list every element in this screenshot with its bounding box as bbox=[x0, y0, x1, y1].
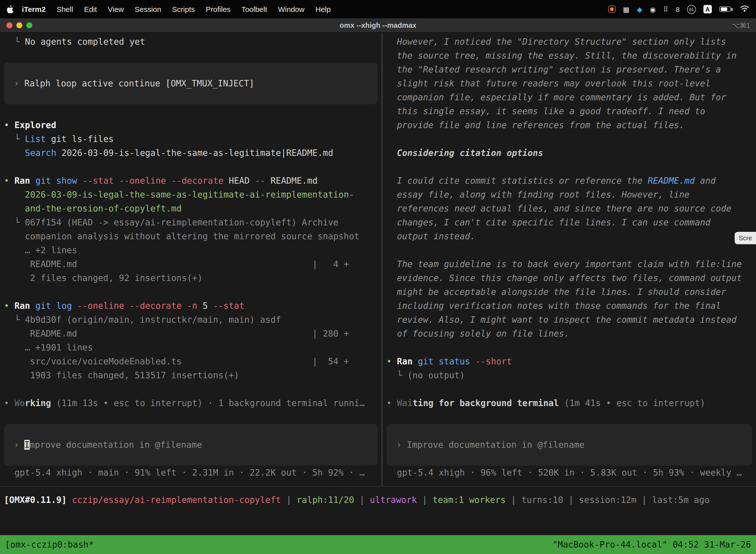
text-segment: including verification notes with those … bbox=[386, 301, 721, 311]
terminal-pane-left[interactable]: └ No agents completed yet› Ralph loop ac… bbox=[0, 33, 381, 487]
terminal-line: README.md | 4 + bbox=[4, 257, 381, 271]
text-segment: turns:10 bbox=[521, 495, 563, 505]
text-segment: • bbox=[4, 176, 14, 186]
text-segment: └ bbox=[4, 37, 25, 47]
screen: iTerm2 ShellEditViewSessionScriptsProfil… bbox=[0, 0, 756, 554]
text-segment: | bbox=[506, 495, 521, 505]
terminal-line: 2026-03-09-is-legal-the-same-as-legitima… bbox=[4, 188, 381, 202]
apple-menu-icon[interactable] bbox=[7, 5, 13, 13]
wifi-icon[interactable] bbox=[740, 5, 749, 13]
text-segment: -- bbox=[255, 176, 271, 186]
text-segment: › bbox=[14, 78, 24, 88]
terminal-line: gpt-5.4 xhigh · 96% left · 520K in · 5.8… bbox=[386, 466, 756, 480]
terminal-output-right: However, I noticed the "Directory Struct… bbox=[382, 33, 756, 480]
text-segment: and bbox=[695, 176, 715, 186]
text-segment: List bbox=[25, 134, 46, 144]
terminal-line: review. Also, I might want to inspect th… bbox=[386, 313, 756, 327]
terminal-line: changes, I can't cite specific file line… bbox=[386, 215, 756, 229]
text-segment: this single essay, it seems like a good … bbox=[386, 106, 705, 116]
menu-window[interactable]: Window bbox=[272, 5, 310, 13]
window-title: omx --xhigh --madmax bbox=[339, 21, 416, 29]
text-segment: output instead. bbox=[386, 231, 475, 241]
text-segment: companion file, especially if more comme… bbox=[386, 92, 726, 102]
prompt-input[interactable]: › Improve documentation in @filename bbox=[386, 424, 752, 466]
text-segment: Explored bbox=[14, 120, 56, 130]
traffic-lights bbox=[6, 22, 32, 28]
window-title-bar[interactable]: omx --xhigh --madmax ⌥⌘1 bbox=[0, 18, 756, 33]
menu-session[interactable]: Session bbox=[129, 5, 167, 13]
window-tiling-icon[interactable]: ▦ bbox=[623, 6, 629, 13]
blank-line bbox=[4, 49, 381, 63]
text-segment: git status bbox=[418, 356, 475, 366]
text-segment: 2026-03-09-is-legal-the-same-as-legitima… bbox=[56, 148, 333, 158]
notice-box: › Ralph loop active continue [OMX_TMUX_I… bbox=[4, 63, 378, 104]
terminal-line: the "Related research writing" section i… bbox=[386, 63, 756, 76]
terminal-line: the source tree, missing the essay. Stil… bbox=[386, 49, 756, 63]
text-segment: The team guideline is to back every impo… bbox=[386, 259, 742, 269]
terminal-line: [OMX#0.11.9] cczip/essay/ai-reimplementa… bbox=[4, 493, 756, 507]
terminal-line: • Working (11m 13s • esc to interrupt) ·… bbox=[4, 396, 381, 410]
minimize-button[interactable] bbox=[16, 22, 22, 28]
menu-toolbelt[interactable]: Toolbelt bbox=[236, 5, 272, 13]
terminal-line: references need actual files, and since … bbox=[386, 202, 756, 215]
blue-app-icon[interactable]: ◆ bbox=[637, 6, 642, 13]
box-line: › Improve documentation in @filename bbox=[4, 438, 378, 452]
screen-share-tab[interactable]: Scre bbox=[735, 232, 756, 244]
text-segment: the "Related research writing" section i… bbox=[386, 64, 721, 74]
window-shortcut-badge: ⌥⌘1 bbox=[732, 21, 750, 29]
input-source-badge[interactable]: A bbox=[703, 5, 712, 13]
text-segment: | bbox=[636, 495, 652, 505]
text-segment: --short bbox=[475, 356, 512, 366]
terminal-line: └ (no output) bbox=[386, 368, 756, 382]
dark-app-icon[interactable]: ◉ bbox=[649, 6, 655, 13]
zoom-button[interactable] bbox=[26, 22, 32, 28]
terminal-line: companion analysis without altering the … bbox=[4, 229, 381, 243]
menu-scripts[interactable]: Scripts bbox=[167, 5, 200, 13]
terminal-line: • Ran git log --oneline --decorate -n 5 … bbox=[4, 299, 381, 313]
terminal-line: including verification notes with those … bbox=[386, 299, 756, 313]
text-segment: Considering citation options bbox=[386, 148, 543, 158]
terminal-line: of focusing solely on file lines. bbox=[386, 327, 756, 340]
text-segment: | bbox=[281, 495, 297, 505]
text-segment: Ran bbox=[14, 176, 35, 186]
battery-percent-badge[interactable]: 61 bbox=[687, 5, 696, 14]
close-button[interactable] bbox=[6, 22, 12, 28]
text-segment: README.md | 280 + bbox=[4, 329, 349, 339]
terminal-line: … +1901 lines bbox=[4, 340, 381, 354]
menu-iterm2[interactable]: iTerm2 bbox=[16, 5, 51, 13]
menu-profiles[interactable]: Profiles bbox=[200, 5, 236, 13]
battery-icon[interactable] bbox=[719, 6, 731, 12]
text-segment: git log bbox=[35, 301, 77, 311]
menu-help[interactable]: Help bbox=[310, 5, 336, 13]
text-segment: › bbox=[14, 440, 24, 450]
app-grid-icon[interactable]: ⠿ bbox=[663, 6, 669, 13]
text-segment: 2026-03-09-is-legal-the-same-as-legitima… bbox=[25, 189, 354, 200]
text-segment: 2 files changed, 92 insertions(+) bbox=[4, 273, 203, 283]
terminal-line: The team guideline is to back every impo… bbox=[386, 257, 756, 271]
terminal-line: evidence. Since this change only affects… bbox=[386, 271, 756, 285]
blank-line bbox=[386, 160, 756, 174]
screen-recording-indicator[interactable] bbox=[608, 5, 615, 13]
blank-line bbox=[4, 410, 381, 424]
text-segment: I bbox=[24, 440, 29, 450]
menu-shell[interactable]: Shell bbox=[51, 5, 79, 13]
terminal-line: └ 4b9d30f (origin/main, instructkr/main,… bbox=[4, 313, 381, 327]
text-segment: | bbox=[354, 495, 370, 505]
text-segment: Improve documentation in @filename bbox=[407, 440, 584, 450]
text-segment: README.md bbox=[271, 176, 318, 186]
text-segment: However, I noticed the "Directory Struct… bbox=[386, 37, 726, 47]
text-segment: the source tree, missing the essay. Stil… bbox=[386, 51, 737, 61]
box-line: › Ralph loop active continue [OMX_TMUX_I… bbox=[4, 76, 378, 90]
text-segment: might be acceptable alongside the file l… bbox=[386, 287, 726, 297]
text-segment: Wo bbox=[14, 398, 25, 408]
text-segment: └ bbox=[4, 134, 25, 144]
prompt-input[interactable]: › Improve documentation in @filename bbox=[4, 424, 378, 466]
terminal-line: • Ran git show --stat --oneline --decora… bbox=[4, 174, 381, 188]
stats-badge[interactable]: 8 bbox=[676, 6, 680, 13]
terminal-pane-right[interactable]: However, I noticed the "Directory Struct… bbox=[382, 33, 756, 487]
terminal-line: • Waiting for background terminal (1m 41… bbox=[386, 396, 756, 410]
terminal-line: └ List git ls-files bbox=[4, 132, 381, 146]
menu-edit[interactable]: Edit bbox=[79, 5, 103, 13]
tmux-session-label: [omx-cczip0:bash* bbox=[5, 540, 94, 550]
menu-view[interactable]: View bbox=[103, 5, 129, 13]
